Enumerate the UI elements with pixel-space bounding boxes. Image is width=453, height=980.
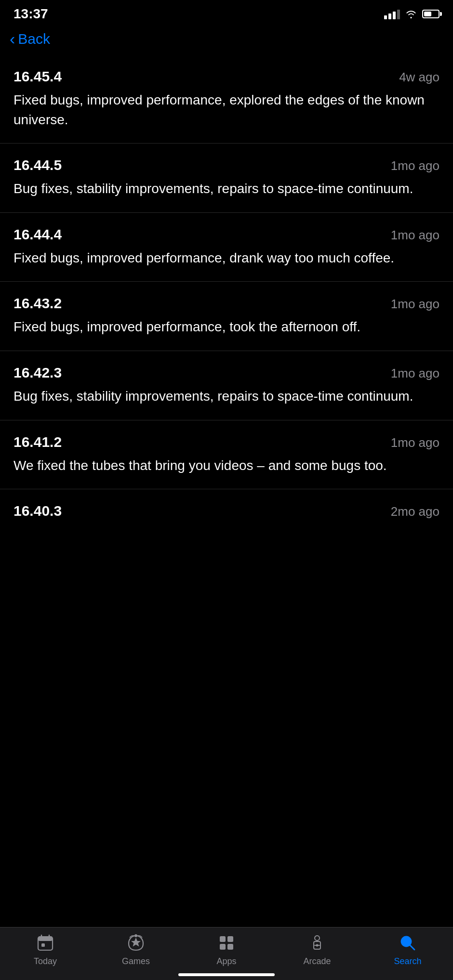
version-notes: Bug fixes, stability improvements, repai… (13, 387, 440, 406)
version-item: 16.42.3 1mo ago Bug fixes, stability imp… (0, 351, 453, 420)
version-item: 16.43.2 1mo ago Fixed bugs, improved per… (0, 282, 453, 351)
status-icons (384, 9, 440, 19)
version-notes: We fixed the tubes that bring you videos… (13, 456, 440, 476)
today-icon (35, 932, 56, 954)
arcade-icon (306, 932, 328, 954)
version-date: 1mo ago (391, 228, 440, 243)
version-number: 16.44.5 (13, 157, 62, 173)
version-number: 16.43.2 (13, 295, 62, 312)
svg-rect-9 (227, 944, 233, 950)
version-number: 16.40.3 (13, 503, 62, 519)
version-number: 16.45.4 (13, 68, 62, 85)
svg-rect-6 (220, 936, 226, 942)
tab-games-label: Games (122, 956, 150, 967)
tab-today-label: Today (34, 956, 57, 967)
back-chevron-icon: ‹ (10, 30, 15, 47)
back-label: Back (18, 31, 50, 47)
svg-point-11 (315, 936, 320, 941)
version-header: 16.44.4 1mo ago (13, 226, 440, 243)
version-notes: Fixed bugs, improved performance, took t… (13, 317, 440, 337)
games-icon (125, 932, 147, 954)
version-number: 16.41.2 (13, 434, 62, 450)
tab-arcade-label: Arcade (303, 956, 331, 967)
svg-rect-7 (227, 936, 233, 942)
version-header: 16.42.3 1mo ago (13, 365, 440, 381)
version-number: 16.42.3 (13, 365, 62, 381)
tab-search[interactable]: Search (362, 932, 453, 967)
tab-search-label: Search (394, 956, 421, 967)
apps-icon (216, 932, 237, 954)
version-item: 16.44.4 1mo ago Fixed bugs, improved per… (0, 213, 453, 282)
version-header: 16.40.3 2mo ago (13, 503, 440, 519)
signal-icon (384, 9, 400, 19)
version-date: 4w ago (399, 70, 440, 85)
tab-apps-label: Apps (216, 956, 236, 967)
version-number: 16.44.4 (13, 226, 62, 243)
wifi-icon (405, 9, 417, 19)
home-indicator (178, 973, 275, 976)
version-item: 16.40.3 2mo ago (0, 489, 453, 538)
battery-icon (422, 10, 440, 18)
svg-rect-8 (220, 944, 226, 950)
version-header: 16.41.2 1mo ago (13, 434, 440, 450)
version-item: 16.44.5 1mo ago Bug fixes, stability imp… (0, 144, 453, 213)
version-date: 1mo ago (391, 435, 440, 450)
version-header: 16.44.5 1mo ago (13, 157, 440, 173)
version-date: 1mo ago (391, 158, 440, 173)
version-date: 1mo ago (391, 297, 440, 312)
version-header: 16.45.4 4w ago (13, 68, 440, 85)
version-notes: Fixed bugs, improved performance, drank … (13, 248, 440, 268)
version-list: 16.45.4 4w ago Fixed bugs, improved perf… (0, 55, 453, 538)
svg-rect-1 (38, 937, 53, 941)
version-item: 16.41.2 1mo ago We fixed the tubes that … (0, 420, 453, 490)
version-notes: Bug fixes, stability improvements, repai… (13, 179, 440, 199)
tab-games[interactable]: Games (91, 932, 181, 967)
version-date: 2mo ago (391, 504, 440, 519)
svg-rect-4 (41, 943, 45, 947)
tab-bar: Today Games Apps (0, 927, 453, 980)
version-notes: Fixed bugs, improved performance, explor… (13, 91, 440, 130)
tab-today[interactable]: Today (0, 932, 91, 967)
version-header: 16.43.2 1mo ago (13, 295, 440, 312)
search-icon (397, 932, 418, 954)
tab-apps[interactable]: Apps (181, 932, 272, 967)
status-bar: 13:37 (0, 0, 453, 26)
svg-point-5 (134, 934, 137, 937)
back-button[interactable]: ‹ Back (0, 26, 453, 55)
version-date: 1mo ago (391, 366, 440, 381)
tab-arcade[interactable]: Arcade (272, 932, 362, 967)
version-item: 16.45.4 4w ago Fixed bugs, improved perf… (0, 55, 453, 144)
status-time: 13:37 (13, 6, 48, 22)
svg-line-17 (410, 945, 415, 950)
